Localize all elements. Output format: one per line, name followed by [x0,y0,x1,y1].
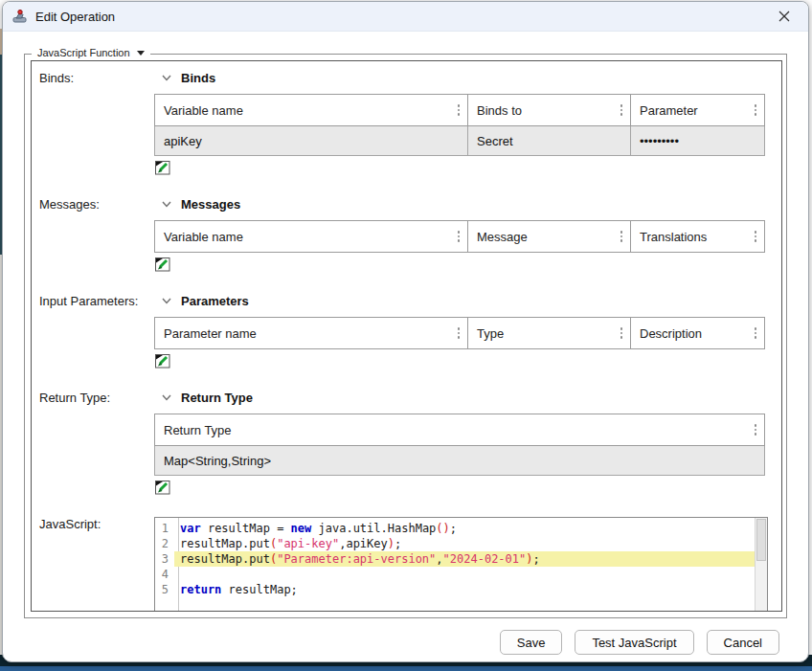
binds-table: Variable nameBinds toParameterapiKeySecr… [154,94,765,156]
parameters-table: Parameter nameTypeDescription [154,317,765,349]
column-menu-dots-icon[interactable] [617,325,627,341]
test-javascript-button[interactable]: Test JavaScript [575,630,693,655]
column-header-description[interactable]: Description [631,318,765,349]
messages-section-title: Messages [181,197,240,212]
edit-table-icon [154,480,171,496]
edit-table-icon [154,257,171,273]
column-header-type[interactable]: Type [468,318,631,349]
column-header-label: Parameter name [164,326,257,341]
cancel-button[interactable]: Cancel [707,630,779,655]
chevron-down-icon [162,298,171,304]
return-type-section-title: Return Type [181,391,253,405]
code-text: var resultMap = new java.util.HashMap(); [174,521,755,536]
column-menu-dots-icon[interactable] [751,102,761,118]
dialog-titlebar[interactable]: Edit Operation [3,2,808,32]
editor-scrollbar-thumb[interactable] [756,519,766,561]
binds-table-row: apiKeySecret••••••••• [155,126,765,156]
chevron-down-icon [162,394,171,401]
messages-edit-table-button[interactable] [154,257,171,273]
code-text: return resultMap; [174,582,755,597]
section-messages: Messages: Messages Variable nameMessageT… [32,190,781,277]
return-type-field-label: Return Type: [32,383,154,500]
chevron-down-icon [162,75,171,81]
column-menu-dots-icon[interactable] [617,229,627,244]
column-menu-dots-icon[interactable] [617,102,627,118]
line-number: 3 [155,551,174,567]
column-menu-dots-icon[interactable] [454,325,464,341]
binds-section-header[interactable]: Binds [162,71,781,85]
editor-scrollbar[interactable] [755,518,767,612]
column-header-variable-name[interactable]: Variable name [155,95,468,126]
column-header-label: Message [477,230,528,244]
column-header-parameter[interactable]: Parameter [631,95,765,126]
chevron-down-icon [162,201,171,208]
section-return-type: Return Type: Return Type Return TypeMap<… [32,383,781,500]
column-header-label: Parameter [640,103,698,118]
table-cell[interactable]: Map<String,String> [155,446,765,476]
app-icon [12,9,28,24]
parameters-section-header[interactable]: Parameters [162,294,781,308]
column-menu-dots-icon[interactable] [454,229,464,244]
form-panel: Binds: Binds Variable nameBinds toParame… [31,60,782,612]
background-bottom-blue-bar [0,666,812,671]
table-cell[interactable]: ••••••••• [631,126,765,156]
column-header-label: Translations [640,230,707,244]
table-cell[interactable]: apiKey [155,126,468,156]
edit-operation-dialog: Edit Operation JavaScript Function Binds… [2,1,809,662]
section-binds: Binds: Binds Variable nameBinds toParame… [32,63,781,180]
code-text: resultMap.put("Parameter:api-version","2… [174,551,755,567]
messages-table: Variable nameMessageTranslations [154,220,765,253]
line-number: 1 [155,521,174,536]
line-number: 2 [155,536,174,551]
column-header-message[interactable]: Message [468,221,631,253]
line-number: 4 [155,567,174,582]
line-number: 5 [155,582,174,597]
legend-label: JavaScript Function [37,47,130,58]
code-line[interactable]: 5return resultMap; [155,582,755,597]
column-header-parameter-name[interactable]: Parameter name [155,318,468,349]
table-cell[interactable]: Secret [468,126,631,156]
dialog-title: Edit Operation [35,10,770,24]
close-icon [778,11,790,22]
column-menu-dots-icon[interactable] [751,229,761,244]
parameters-edit-table-button[interactable] [154,353,171,369]
column-menu-dots-icon[interactable] [751,422,761,437]
column-header-label: Type [477,326,504,341]
js-code-lines: 1var resultMap = new java.util.HashMap()… [155,518,767,597]
code-text: resultMap.put("api-key",apiKey); [174,536,755,551]
binds-field-label: Binds: [32,63,154,180]
column-header-label: Description [640,326,702,341]
code-line[interactable]: 1var resultMap = new java.util.HashMap()… [155,521,755,536]
edit-table-icon [154,160,171,176]
section-javascript: JavaScript: 1var resultMap = new java.ut… [32,509,781,612]
binds-section-title: Binds [181,71,215,85]
code-line[interactable]: 4 [155,567,755,582]
column-header-binds-to[interactable]: Binds to [468,95,631,126]
column-header-label: Variable name [164,230,243,244]
code-line[interactable]: 3resultMap.put("Parameter:api-version","… [155,551,755,567]
column-header-translations[interactable]: Translations [631,221,765,253]
javascript-function-legend[interactable]: JavaScript Function [32,47,150,58]
column-header-label: Variable name [164,103,243,118]
dropdown-triangle-icon[interactable] [137,51,145,56]
column-header-return-type[interactable]: Return Type [155,414,765,446]
parameters-section-title: Parameters [181,294,249,308]
javascript-function-groupbox: JavaScript Function Binds: Binds Variabl… [24,54,787,618]
code-line[interactable]: 2resultMap.put("api-key",apiKey); [155,536,755,551]
column-menu-dots-icon[interactable] [751,325,761,341]
javascript-code-editor[interactable]: 1var resultMap = new java.util.HashMap()… [154,517,768,612]
column-menu-dots-icon[interactable] [454,102,464,118]
column-header-variable-name[interactable]: Variable name [155,221,468,253]
messages-field-label: Messages: [32,190,154,277]
close-button[interactable] [770,5,799,28]
return-type-table: Return TypeMap<String,String> [154,414,765,476]
code-text [174,567,755,582]
column-header-label: Binds to [477,103,522,118]
save-button[interactable]: Save [500,630,563,655]
messages-section-header[interactable]: Messages [162,197,781,212]
edit-table-icon [154,353,171,369]
return-type-section-header[interactable]: Return Type [162,391,781,405]
binds-edit-table-button[interactable] [154,160,171,176]
return-type-edit-table-button[interactable] [154,480,171,496]
column-header-label: Return Type [164,423,232,437]
